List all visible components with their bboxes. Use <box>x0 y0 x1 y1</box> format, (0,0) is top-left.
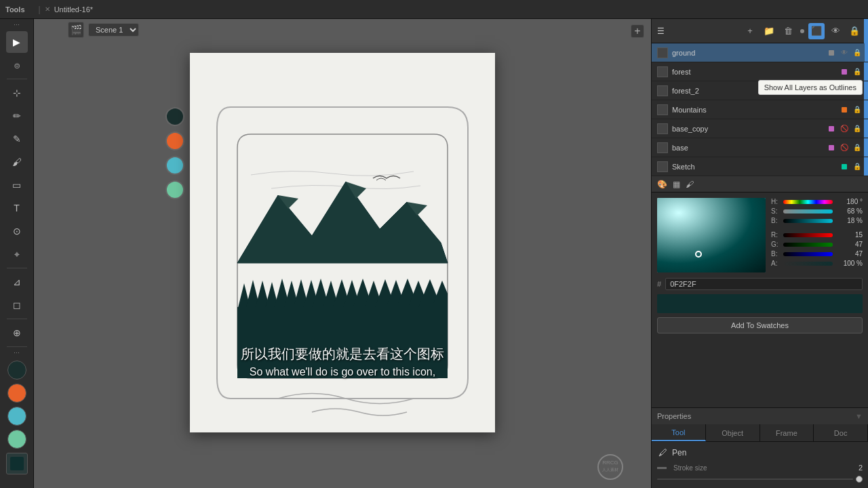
hex-row: # 0F2F2F <box>652 278 868 294</box>
shape-tool-btn[interactable]: ▭ <box>6 174 28 196</box>
blue-slider[interactable] <box>783 252 833 256</box>
swatch-orange[interactable] <box>165 131 184 150</box>
scene-selector[interactable]: Scene 1 <box>88 23 139 37</box>
active-color-display[interactable] <box>6 453 28 474</box>
layer-item-basecopy[interactable]: base_copy 🚫 🔒 <box>652 119 868 138</box>
layer-lock-sketch[interactable]: 🔒 <box>852 163 863 170</box>
swatch-dark-teal[interactable] <box>165 107 184 126</box>
b2-value: 47 <box>835 250 863 258</box>
prop-tab-tool[interactable]: Tool <box>652 424 706 441</box>
scene-icon-btn[interactable]: 🎬 <box>68 22 84 38</box>
canvas-add-btn[interactable]: + <box>631 24 644 38</box>
green-row: G: 47 <box>771 241 863 248</box>
canvas-area: 🎬 Scene 1 + <box>34 19 651 488</box>
layer-item-forest[interactable]: forest 🔒 <box>652 62 868 81</box>
layer-icons-base: 🚫 🔒 <box>829 144 863 151</box>
layers-tooltip: Show All Layers as Outlines <box>758 80 863 95</box>
properties-label: Properties <box>657 412 691 420</box>
layer-lock-base[interactable]: 🔒 <box>852 144 863 151</box>
delete-layer-btn[interactable]: 🗑 <box>780 23 796 39</box>
add-layer-btn[interactable]: + <box>742 23 758 39</box>
brightness-slider[interactable] <box>783 219 833 223</box>
hex-input[interactable]: 0F2F2F <box>665 278 863 290</box>
layer-lock-basecopy[interactable]: 🔒 <box>852 125 863 132</box>
light-teal-page-swatch[interactable] <box>7 430 26 449</box>
teal-page-swatch[interactable] <box>7 407 26 426</box>
prop-tab-frame[interactable]: Frame <box>760 424 814 441</box>
outline-mode-btn[interactable]: ⬛ <box>808 23 825 39</box>
saturation-slider[interactable] <box>783 209 833 214</box>
red-slider[interactable] <box>783 233 833 237</box>
layer-item-base[interactable]: base 🚫 🔒 <box>652 138 868 157</box>
visibility-btn[interactable]: 👁 <box>827 23 844 39</box>
pencil-tool-btn[interactable]: ✎ <box>6 128 28 150</box>
type-tool-btn[interactable]: T <box>6 197 28 219</box>
alpha-slider[interactable] <box>783 262 833 266</box>
layer-lock-ground[interactable]: 🔒 <box>852 49 863 56</box>
s-label: S: <box>771 207 781 215</box>
properties-collapse[interactable]: ▼ <box>855 412 863 420</box>
prop-tab-doc[interactable]: Doc <box>814 424 868 441</box>
green-slider[interactable] <box>783 243 833 247</box>
color-cursor[interactable] <box>695 251 702 258</box>
layer-lock-mountains[interactable]: 🔒 <box>852 106 863 113</box>
h-value: 180 ° <box>835 198 863 205</box>
properties-header: Properties ▼ <box>652 408 868 424</box>
hex-label: # <box>657 280 661 288</box>
layer-selected-bar <box>865 43 868 62</box>
layer-color-basecopy <box>829 126 834 131</box>
brush-tool-btn[interactable]: 🖌 <box>6 151 28 173</box>
swatch-light-teal[interactable] <box>165 180 184 199</box>
layer-item-mountains[interactable]: Mountains 🔒 <box>652 100 868 119</box>
paint-tool-btn[interactable]: ⊙ <box>6 220 28 242</box>
transform-tool-btn[interactable]: ⊹ <box>6 82 28 104</box>
layer-thumb-base <box>657 142 668 153</box>
lasso-tool-btn[interactable]: ⌾ <box>6 54 28 76</box>
layer-bar-sketch <box>865 157 868 176</box>
scene-bar: 🎬 Scene 1 <box>68 22 139 38</box>
page-swatches <box>165 107 184 199</box>
swatch-teal[interactable] <box>165 156 184 175</box>
color-tab-palette[interactable]: 🖌 <box>686 180 694 189</box>
folder-layer-btn[interactable]: 📁 <box>761 23 777 39</box>
layer-name-sketch: Sketch <box>672 163 842 171</box>
blue-row: B: 47 <box>771 250 863 258</box>
layer-color-ground <box>829 50 834 56</box>
color-preview-bar <box>657 294 863 313</box>
stroke-size-label: Stroke size <box>673 464 707 472</box>
color-tab-gradient[interactable]: 🎨 <box>657 180 667 189</box>
layer-visible-ground[interactable]: 👁 <box>839 49 850 56</box>
ink-tool-btn[interactable]: ⌖ <box>6 243 28 265</box>
b2-label: B: <box>771 250 781 258</box>
red-row: R: 15 <box>771 231 863 239</box>
hue-slider[interactable] <box>783 200 833 204</box>
a-value: 100 % <box>835 260 863 267</box>
pen-row: Pen <box>657 447 863 458</box>
stroke-slider-track[interactable] <box>657 479 853 480</box>
dark-teal-page-swatch[interactable] <box>7 361 26 380</box>
select-tool-btn[interactable]: ▶ <box>6 31 28 53</box>
eraser-tool-btn[interactable]: ◻ <box>6 294 28 316</box>
layer-item-sketch[interactable]: Sketch 🔒 <box>652 157 868 176</box>
knife-tool-btn[interactable]: ⊿ <box>6 271 28 293</box>
zoom-tool-btn[interactable]: ⊕ <box>6 322 28 344</box>
tools-section-label: ⋯ <box>14 22 20 28</box>
layer-lock-forest[interactable]: 🔒 <box>852 68 863 75</box>
stroke-row: Stroke size 2 <box>657 464 863 472</box>
orange-page-swatch[interactable] <box>7 384 26 403</box>
stroke-slider-thumb[interactable] <box>856 476 863 483</box>
layer-thumb-forest2 <box>657 85 668 96</box>
color-tab-swatches[interactable]: ▦ <box>673 180 680 189</box>
g-label: G: <box>771 241 781 248</box>
layer-hidden-basecopy[interactable]: 🚫 <box>839 125 850 132</box>
b-label: B: <box>771 217 781 224</box>
app-tools-label: Tools <box>5 5 25 14</box>
layer-hidden-base[interactable]: 🚫 <box>839 144 850 151</box>
pen-tool-btn[interactable]: ✏ <box>6 105 28 127</box>
lock-btn[interactable]: 🔒 <box>846 23 863 39</box>
layer-color-sketch <box>842 164 847 169</box>
layer-item-ground[interactable]: ground 👁 🔒 <box>652 43 868 62</box>
add-to-swatches-btn[interactable]: Add To Swatches <box>657 317 863 333</box>
prop-tab-object[interactable]: Object <box>706 424 760 441</box>
color-gradient-box[interactable] <box>657 198 766 272</box>
